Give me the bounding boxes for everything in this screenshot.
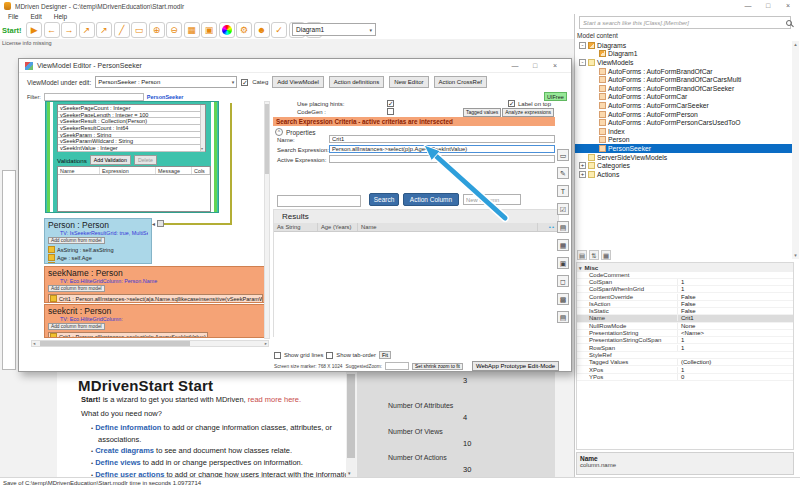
results-grid[interactable] [274,232,560,338]
property-row[interactable]: Name Crit1 [577,315,793,322]
text-icon[interactable]: T [557,185,569,197]
checkbox-icon[interactable]: ☑ [557,203,569,215]
variable-row[interactable]: vSeekerPageLength : Integer = 100 [58,112,205,119]
property-row[interactable]: PresentationStringColSpan 1 [577,337,793,344]
search-button[interactable]: Search [369,193,399,206]
picture-icon[interactable]: ▩ [557,293,569,305]
property-row[interactable]: NullRowMode None [577,323,793,330]
webapp-prototype-button[interactable]: WebApp Prototype Edit-Mode [472,361,559,371]
property-value[interactable]: 1 [677,345,793,351]
toolbar-button[interactable]: ← [44,22,60,38]
placing-hints-checkbox[interactable]: ✓ [387,100,394,107]
bullet-link[interactable]: Define information [95,423,161,432]
property-row[interactable]: ColSpanWhenInGrid 1 [577,286,793,293]
canvas-hscrollbar[interactable]: ◂ ▸ [31,340,269,347]
tree-item[interactable]: Index [575,127,793,136]
tree-item[interactable]: PersonSeeker [575,144,793,153]
tree-item[interactable]: + Categories [575,161,793,170]
viewmodel-block[interactable]: seekName : Person TV: Eco.HiliteGridColu… [44,266,267,303]
property-row[interactable]: RowSpan 1 [577,344,793,351]
tree-item[interactable]: AutoForms : AutoFormCar [575,93,793,102]
toolbar-button[interactable]: ▶ [26,22,42,38]
results-column-header[interactable]: As String [274,223,318,231]
tree-scrollbar[interactable] [792,41,799,259]
property-value[interactable]: False [677,301,793,307]
property-category[interactable]: Misc [577,263,793,272]
property-row[interactable]: StyleRef [577,352,793,359]
criteria-name-input[interactable] [329,135,555,143]
grid-lines-checkbox[interactable] [274,352,281,359]
canvas-vscrollbar[interactable] [264,101,270,339]
toolbar-button[interactable]: ╱ [114,22,130,38]
categ-checkbox[interactable]: ✓ [241,79,248,86]
validations-column-header[interactable]: Name [58,167,100,174]
results-column-header[interactable]: Age (Years) [318,223,358,231]
bullet-link[interactable]: Define views [95,458,140,467]
property-row[interactable]: IsAction False [577,301,793,308]
tree-item[interactable]: Diagram1 [575,50,793,59]
property-value[interactable]: Crit1 [677,315,793,321]
scroll-down-icon[interactable] [792,252,799,259]
toolbar-button[interactable]: ▦ [184,22,200,38]
tree-item[interactable]: - ViewModels [575,58,793,67]
toolbar-button[interactable]: ⊕ [149,22,165,38]
action-column-button[interactable]: Action Column [403,193,459,206]
viewmodel-link[interactable]: PersonSeeker [147,94,184,100]
tagged-values-button[interactable]: Tagged values [463,108,501,117]
property-value[interactable]: 0 [677,374,793,380]
variable-row[interactable]: vSeekerResult : Collection(Person) [58,118,205,125]
property-row[interactable]: ColSpan 1 [577,279,793,286]
variable-row[interactable]: vSeekerPageCount : Integer [58,105,205,112]
categorized-icon[interactable]: ▤ [577,250,587,260]
validations-column-header[interactable]: Message [156,167,192,174]
combobox-icon[interactable]: ▤ [557,221,569,233]
property-value[interactable]: 1 [677,337,793,343]
tree-item[interactable]: AutoForms : AutoFormBrandOfCarCarsMulti [575,75,793,84]
variable-list-scrollbar[interactable] [200,105,205,151]
delete-validation-button[interactable]: Delete [134,155,157,165]
tree-item[interactable]: AutoForms : AutoFormBrandOfCarSeeker [575,84,793,93]
tree-item[interactable]: AutoForms : AutoFormCarSeeker [575,101,793,110]
model-search-input[interactable] [579,16,791,29]
tab-order-checkbox[interactable] [326,352,333,359]
scrollbar-thumb[interactable] [347,374,355,458]
tree-item[interactable]: AutoForms : AutoFormPersonCarsUsedToO [575,118,793,127]
category-collapse-icon[interactable] [579,264,582,271]
property-value[interactable]: <Name> [677,330,793,336]
editor-header-button[interactable]: Action definitions [329,76,384,88]
button-icon[interactable]: ◻ [557,275,569,287]
close-icon[interactable] [549,61,561,71]
block-item[interactable]: Crit1 : Person.allInstances->select(p|p.… [48,332,208,338]
tree-expander-icon[interactable]: - [579,59,586,66]
tree-expander-icon[interactable]: + [579,162,586,169]
add-validation-button[interactable]: Add Validation [90,155,131,165]
add-column-button[interactable]: Add column from model [48,285,105,292]
property-value[interactable]: 1 [677,279,793,285]
tree-item[interactable]: + Actions [575,170,793,179]
viewmodel-block[interactable]: Person : Person TV: IsSeekerResultGrid: … [44,218,152,264]
viewmodel-block[interactable]: seekcrit : Person TV: Eco.HiliteGridColu… [44,304,267,338]
maximize-icon[interactable] [529,61,541,71]
editor-header-button[interactable]: Action CrossRef [434,76,487,88]
toolbar-button[interactable]: ☻ [254,22,270,38]
close-icon[interactable] [782,1,794,11]
toolbar-button[interactable]: ↗ [79,22,95,38]
scrollbar-thumb[interactable] [40,341,190,346]
scroll-down-icon[interactable]: ▾ [348,470,351,476]
block-item[interactable]: AsString : self.asString [48,246,148,253]
property-row[interactable]: CodeComment [577,272,793,279]
property-value[interactable]: False [677,308,793,314]
block-item[interactable]: Name : self.Name [48,262,148,264]
suggested-zoom-input[interactable] [385,362,409,370]
maximize-icon[interactable] [762,1,774,11]
toolbar-button[interactable]: ▣ [201,22,217,38]
variable-row[interactable]: vSeekParam : String [58,132,205,139]
variable-row[interactable]: vSeekParamWildcard : String [58,138,205,145]
toolbar-button[interactable] [219,22,235,38]
block-item[interactable]: Age : self.Age [48,254,148,261]
property-pages-icon[interactable]: ▦ [601,250,611,260]
variable-row[interactable]: vSeekerResultCount : Int64 [58,125,205,132]
start-page-scrollbar[interactable]: ▾ [346,372,356,477]
scroll-up-icon[interactable] [792,41,799,48]
validations-column-header[interactable]: Cols [192,167,210,174]
